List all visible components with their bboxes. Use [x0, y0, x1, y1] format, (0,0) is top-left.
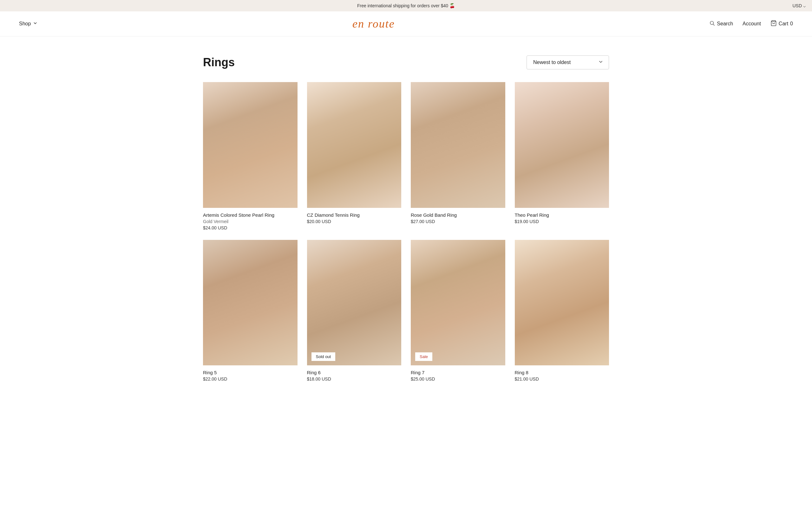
account-label: Account [743, 21, 761, 26]
currency-chevron-icon: ⌵ [803, 3, 806, 8]
product-name: Ring 7 [411, 370, 505, 375]
search-label: Search [717, 21, 733, 26]
product-image [307, 82, 402, 208]
product-price: $22.00 USD [203, 377, 298, 382]
product-image-placeholder [411, 82, 505, 208]
cart-count: 0 [790, 21, 793, 26]
site-logo[interactable]: en route [352, 17, 395, 31]
product-image-placeholder [515, 82, 609, 208]
product-subtitle: Gold Vermeil [203, 219, 298, 224]
account-button[interactable]: Account [743, 21, 761, 26]
main-content: Rings Newest to oldest Artemis Colored S… [184, 37, 628, 394]
product-image [515, 82, 609, 208]
product-card[interactable]: Artemis Colored Stone Pearl Ring Gold Ve… [203, 82, 298, 230]
product-image: Sold out [307, 240, 402, 366]
product-card[interactable]: Sale Ring 7 $25.00 USD [411, 240, 505, 382]
product-image [515, 240, 609, 366]
announcement-text: Free international shipping for orders o… [357, 3, 455, 8]
sort-label: Newest to oldest [533, 60, 571, 65]
product-card[interactable]: CZ Diamond Tennis Ring $20.00 USD [307, 82, 402, 230]
page-title: Rings [203, 56, 235, 69]
product-price: $20.00 USD [307, 219, 402, 224]
product-badge: Sale [415, 352, 432, 361]
product-grid: Artemis Colored Stone Pearl Ring Gold Ve… [203, 82, 609, 382]
product-card[interactable]: Sold out Ring 6 $18.00 USD [307, 240, 402, 382]
site-header: Shop en route Search Account [0, 11, 812, 37]
product-price: $25.00 USD [411, 377, 505, 382]
logo-text: en route [352, 17, 395, 30]
shop-nav[interactable]: Shop [19, 20, 38, 27]
announcement-bar: Free international shipping for orders o… [0, 0, 812, 11]
product-card[interactable]: Rose Gold Band Ring $27.00 USD [411, 82, 505, 230]
svg-point-0 [710, 21, 714, 25]
product-name: Ring 8 [515, 370, 609, 375]
product-price: $24.00 USD [203, 225, 298, 230]
product-price: $18.00 USD [307, 377, 402, 382]
shop-label: Shop [19, 21, 31, 26]
product-card[interactable]: Ring 8 $21.00 USD [515, 240, 609, 382]
product-image-placeholder [203, 240, 298, 366]
product-name: Theo Pearl Ring [515, 212, 609, 218]
cart-bag-icon [770, 20, 777, 27]
header-nav: Search Account Cart 0 [709, 20, 793, 27]
product-image [203, 240, 298, 366]
product-image-placeholder [411, 240, 505, 366]
shop-chevron-icon [33, 20, 38, 27]
currency-selector[interactable]: USD ⌵ [792, 3, 806, 8]
currency-label: USD [792, 3, 802, 8]
product-name: Rose Gold Band Ring [411, 212, 505, 218]
product-image: Sale [411, 240, 505, 366]
search-icon [709, 20, 715, 27]
product-card[interactable]: Theo Pearl Ring $19.00 USD [515, 82, 609, 230]
page-header: Rings Newest to oldest [203, 55, 609, 69]
cart-button[interactable]: Cart 0 [770, 20, 793, 27]
search-button[interactable]: Search [709, 20, 733, 27]
cart-label: Cart [779, 21, 788, 26]
product-price: $19.00 USD [515, 219, 609, 224]
product-image-placeholder [307, 82, 402, 208]
sort-select[interactable]: Newest to oldest [526, 55, 609, 69]
product-name: Ring 5 [203, 370, 298, 375]
product-badge: Sold out [311, 352, 336, 361]
product-image-placeholder [515, 240, 609, 366]
product-price: $27.00 USD [411, 219, 505, 224]
product-name: CZ Diamond Tennis Ring [307, 212, 402, 218]
product-price: $21.00 USD [515, 377, 609, 382]
product-image-placeholder [203, 82, 298, 208]
svg-line-1 [713, 24, 715, 25]
product-image [411, 82, 505, 208]
product-image-placeholder [307, 240, 402, 366]
product-image [203, 82, 298, 208]
product-name: Ring 6 [307, 370, 402, 375]
sort-chevron-icon [598, 59, 604, 66]
product-card[interactable]: Ring 5 $22.00 USD [203, 240, 298, 382]
product-name: Artemis Colored Stone Pearl Ring [203, 212, 298, 218]
